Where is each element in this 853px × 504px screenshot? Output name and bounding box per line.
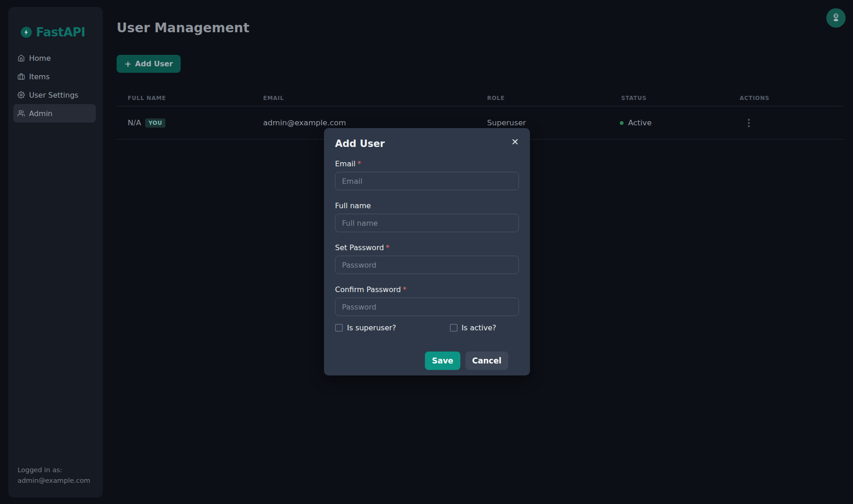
confirm-password-label-text: Confirm Password xyxy=(335,285,401,294)
is-superuser-label: Is superuser? xyxy=(347,323,396,332)
add-user-modal: ✕ Add User Email* Full name Set Password… xyxy=(324,128,530,375)
confirm-password-field-group: Confirm Password* xyxy=(335,285,519,316)
modal-title: Add User xyxy=(335,138,519,149)
set-password-field[interactable] xyxy=(335,256,519,274)
email-field[interactable] xyxy=(335,172,519,190)
is-superuser-checkbox[interactable]: Is superuser? xyxy=(335,323,396,332)
set-password-label-text: Set Password xyxy=(335,243,384,252)
app-page: FastAPI Home Items User Settings xyxy=(0,0,853,504)
email-field-group: Email* xyxy=(335,159,519,190)
email-label-text: Email xyxy=(335,159,355,168)
cancel-button[interactable]: Cancel xyxy=(465,352,508,370)
modal-footer: Save Cancel xyxy=(335,332,519,370)
set-password-field-group: Set Password* xyxy=(335,243,519,274)
full-name-label: Full name xyxy=(335,201,519,210)
required-asterisk: * xyxy=(386,243,389,252)
checkbox-icon[interactable] xyxy=(335,324,343,332)
required-asterisk: * xyxy=(403,285,406,294)
full-name-field-group: Full name xyxy=(335,201,519,232)
is-active-checkbox[interactable]: Is active? xyxy=(450,323,496,332)
save-button[interactable]: Save xyxy=(425,352,460,370)
confirm-password-field[interactable] xyxy=(335,298,519,316)
full-name-field[interactable] xyxy=(335,214,519,232)
modal-checkbox-row: Is superuser? Is active? xyxy=(335,323,519,332)
set-password-label: Set Password* xyxy=(335,243,519,252)
email-label: Email* xyxy=(335,159,519,168)
confirm-password-label: Confirm Password* xyxy=(335,285,519,294)
is-active-label: Is active? xyxy=(462,323,496,332)
modal-header: Add User xyxy=(324,128,530,149)
full-name-label-text: Full name xyxy=(335,201,371,210)
checkbox-icon[interactable] xyxy=(450,324,458,332)
close-icon[interactable]: ✕ xyxy=(508,135,522,149)
required-asterisk: * xyxy=(357,159,361,168)
modal-body: Email* Full name Set Password* Confirm P… xyxy=(324,149,530,370)
